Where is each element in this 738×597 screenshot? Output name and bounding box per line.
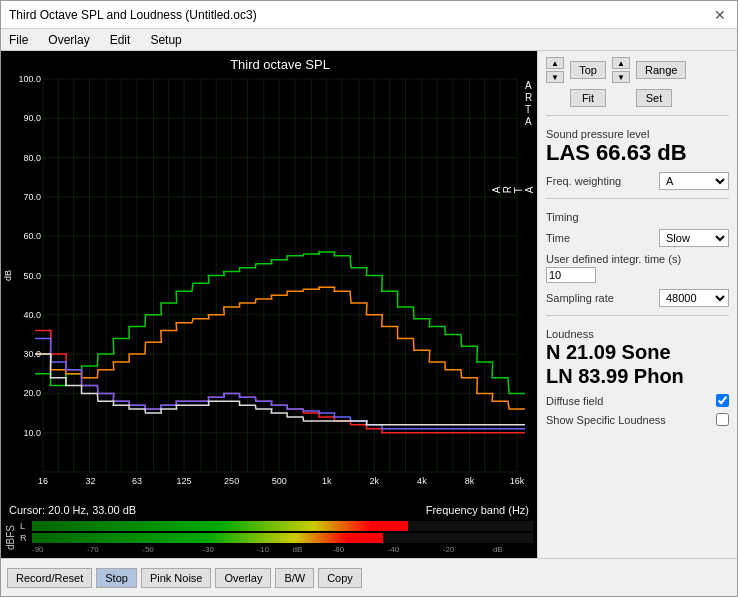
top-down-button[interactable]: ▼ [546, 71, 564, 83]
time-label: Time [546, 232, 570, 244]
freq-weighting-row: Freq. weighting A B C Z [546, 172, 729, 190]
sampling-rate-select[interactable]: 44100 48000 96000 [659, 289, 729, 307]
arta-label: ARTA [491, 186, 535, 193]
loudness-ln-value: LN 83.99 Phon [546, 364, 729, 388]
fit-set-row: Fit Set [546, 89, 729, 107]
range-down-button[interactable]: ▼ [612, 71, 630, 83]
record-reset-button[interactable]: Record/Reset [7, 568, 92, 588]
sampling-rate-label: Sampling rate [546, 292, 614, 304]
menu-file[interactable]: File [5, 32, 32, 48]
top-up-button[interactable]: ▲ [546, 57, 564, 69]
diffuse-field-row: Diffuse field [546, 394, 729, 407]
user-integr-label: User defined integr. time (s) [546, 253, 729, 265]
set-button[interactable]: Set [636, 89, 672, 107]
show-specific-loudness-row: Show Specific Loudness [546, 413, 729, 426]
cursor-info: Cursor: 20.0 Hz, 33.00 dB [9, 504, 136, 516]
time-select[interactable]: Slow Fast Impulse [659, 229, 729, 247]
bw-button[interactable]: B/W [275, 568, 314, 588]
overlay-button[interactable]: Overlay [215, 568, 271, 588]
stop-button[interactable]: Stop [96, 568, 137, 588]
show-specific-loudness-label: Show Specific Loudness [546, 414, 666, 426]
spl-value: LAS 66.63 dB [546, 140, 729, 166]
freq-weighting-select[interactable]: A B C Z [659, 172, 729, 190]
sidebar-top-controls: ▲ ▼ Top ▲ ▼ Range [546, 57, 729, 83]
main-content: ARTA Cursor: 20.0 Hz, 33.00 dB Frequency… [1, 51, 737, 558]
main-window: Third Octave SPL and Loudness (Untitled.… [0, 0, 738, 597]
range-button[interactable]: Range [636, 61, 686, 79]
meter-ticks: -90 -70 -50 -30 -10 dB -80 -40 -20 dB [32, 545, 533, 555]
freq-weighting-label: Freq. weighting [546, 175, 621, 187]
spl-section: Sound pressure level LAS 66.63 dB [546, 124, 729, 166]
menu-edit[interactable]: Edit [106, 32, 135, 48]
range-up-button[interactable]: ▲ [612, 57, 630, 69]
r-meter-bar [32, 533, 533, 543]
sidebar: ▲ ▼ Top ▲ ▼ Range Fit Set Sound pressure [537, 51, 737, 558]
title-bar: Third Octave SPL and Loudness (Untitled.… [1, 1, 737, 29]
timing-section-title: Timing [546, 211, 729, 223]
top-control-group: ▲ ▼ [546, 57, 564, 83]
freq-label: Frequency band (Hz) [426, 504, 529, 516]
close-button[interactable]: ✕ [711, 6, 729, 24]
menu-overlay[interactable]: Overlay [44, 32, 93, 48]
chart-footer: Cursor: 20.0 Hz, 33.00 dB Frequency band… [1, 502, 537, 518]
divider-1 [546, 115, 729, 116]
top-button[interactable]: Top [570, 61, 606, 79]
range-control-group: ▲ ▼ [612, 57, 630, 83]
menu-bar: File Overlay Edit Setup [1, 29, 737, 51]
timing-section: Timing [546, 207, 729, 223]
chart-canvas [1, 51, 537, 502]
r-meter-fill [32, 533, 383, 543]
l-meter-fill [32, 521, 408, 531]
loudness-n-value: N 21.09 Sone [546, 340, 729, 364]
diffuse-field-label: Diffuse field [546, 395, 603, 407]
menu-setup[interactable]: Setup [146, 32, 185, 48]
r-channel-label: R [20, 533, 30, 543]
diffuse-field-checkbox[interactable] [716, 394, 729, 407]
copy-button[interactable]: Copy [318, 568, 362, 588]
user-integr-row: User defined integr. time (s) [546, 253, 729, 283]
loudness-section-title: Loudness [546, 328, 729, 340]
divider-3 [546, 315, 729, 316]
loudness-section: Loudness N 21.09 Sone LN 83.99 Phon [546, 324, 729, 388]
sampling-rate-row: Sampling rate 44100 48000 96000 [546, 289, 729, 307]
chart-area: ARTA Cursor: 20.0 Hz, 33.00 dB Frequency… [1, 51, 537, 558]
time-row: Time Slow Fast Impulse [546, 229, 729, 247]
pink-noise-button[interactable]: Pink Noise [141, 568, 212, 588]
spl-section-title: Sound pressure level [546, 128, 729, 140]
fit-button[interactable]: Fit [570, 89, 606, 107]
bottom-bar: Record/Reset Stop Pink Noise Overlay B/W… [1, 558, 737, 596]
l-channel-label: L [20, 521, 30, 531]
l-meter-bar [32, 521, 533, 531]
window-title: Third Octave SPL and Loudness (Untitled.… [9, 8, 257, 22]
show-specific-loudness-checkbox[interactable] [716, 413, 729, 426]
dbfs-label: dBFS [5, 525, 16, 550]
user-integr-input[interactable] [546, 267, 596, 283]
divider-2 [546, 198, 729, 199]
